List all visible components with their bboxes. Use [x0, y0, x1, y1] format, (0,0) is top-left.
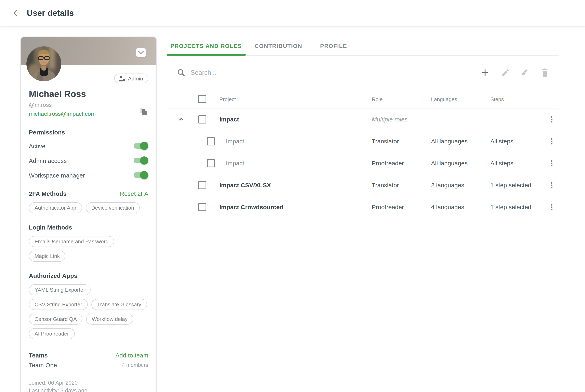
- authorized-app-chip: YAML String Exporter: [29, 284, 91, 295]
- meta-last-activity: Last activity: 3 days ago: [29, 387, 148, 392]
- column-header-steps: Steps: [490, 90, 504, 108]
- table-row: Impact CSV/XLSX Translator 2 languages 1…: [166, 174, 560, 196]
- project-languages: All languages: [431, 130, 468, 152]
- row-checkbox[interactable]: [198, 203, 206, 211]
- meta-joined: Joined: 06 Apr 2020: [29, 379, 148, 387]
- permission-row: Admin access: [29, 156, 148, 165]
- admin-role-icon: [118, 75, 126, 82]
- tab-profile[interactable]: PROFILE: [311, 36, 356, 55]
- collapse-group-button[interactable]: [177, 108, 185, 130]
- toggle-admin-access[interactable]: [133, 156, 148, 164]
- row-checkbox[interactable]: [198, 181, 206, 189]
- twofa-chip: Device verification: [86, 202, 140, 213]
- table-row: Impact Translator All languages All step…: [166, 130, 560, 152]
- row-menu-button[interactable]: [546, 152, 558, 174]
- row-checkbox[interactable]: [207, 159, 215, 167]
- permission-label: Active: [29, 142, 46, 149]
- column-header-languages: Languages: [431, 90, 457, 108]
- column-header-role: Role: [372, 90, 383, 108]
- team-members-count: 4 members: [122, 362, 148, 368]
- row-menu-button[interactable]: [546, 108, 558, 130]
- search-input[interactable]: [190, 69, 402, 77]
- search-icon: [177, 69, 185, 77]
- user-handle: @m.ross: [29, 102, 148, 108]
- project-languages: 4 languages: [431, 196, 464, 218]
- project-role: Proofreader: [372, 196, 404, 218]
- project-role: Multiple roles: [372, 108, 408, 130]
- send-email-button[interactable]: [136, 48, 146, 57]
- top-bar: User details: [0, 0, 585, 26]
- row-menu-button[interactable]: [546, 130, 558, 152]
- project-name: Impact: [226, 152, 244, 174]
- row-menu-icon: [548, 116, 555, 123]
- tab-label: CONTRIBUTION: [255, 43, 302, 49]
- project-name: Impact: [220, 108, 239, 130]
- row-menu-icon: [548, 203, 555, 210]
- select-all-checkbox[interactable]: [198, 95, 206, 103]
- delete-button[interactable]: [540, 68, 550, 78]
- clear-filters-button[interactable]: [520, 68, 530, 78]
- collapse-icon: [178, 116, 184, 122]
- delete-icon: [541, 68, 549, 77]
- edit-icon: [501, 68, 509, 77]
- back-button[interactable]: [9, 6, 24, 20]
- table-row: Impact Multiple roles: [166, 108, 560, 130]
- user-details-page: User details: [0, 0, 585, 392]
- tab-label: PROJECTS AND ROLES: [170, 43, 242, 49]
- team-row: Team One 4 members: [29, 362, 148, 368]
- login-method-chip: Magic Link: [29, 251, 66, 262]
- row-checkbox[interactable]: [207, 137, 215, 145]
- page-title: User details: [27, 8, 74, 18]
- permission-label: Admin access: [29, 157, 67, 164]
- profile-card: Admin Michael Ross @m.ross michael.ross@…: [20, 36, 157, 392]
- column-header-project: Project: [220, 90, 236, 108]
- avatar: [26, 46, 61, 81]
- authorized-app-chip: Translate Glossary: [92, 299, 147, 310]
- user-meta-block: Joined: 06 Apr 2020 Last activity: 3 day…: [29, 379, 148, 392]
- tab-contribution[interactable]: CONTRIBUTION: [246, 36, 311, 55]
- twofa-chip: Authenticator App: [29, 202, 82, 213]
- copy-email-button[interactable]: [140, 108, 148, 118]
- project-role: Proofreader: [372, 152, 404, 174]
- row-checkbox[interactable]: [198, 115, 206, 123]
- permission-row: Active: [29, 141, 148, 150]
- clear-icon: [520, 68, 529, 77]
- team-name: Team One: [29, 362, 57, 368]
- row-menu-icon: [548, 182, 555, 189]
- row-menu-button[interactable]: [546, 196, 558, 218]
- authorized-app-chip: AI Proofreader: [29, 328, 74, 339]
- reset-2fa-link[interactable]: Reset 2FA: [120, 190, 148, 197]
- project-steps: 1 step selected: [490, 196, 532, 218]
- role-badge: Admin: [114, 74, 148, 83]
- permission-label: Workspace manager: [29, 172, 85, 178]
- authorized-app-chip: Workflow delay: [86, 314, 133, 324]
- project-name: Impact: [226, 130, 244, 152]
- authorized-app-chip: Censor Guard QA: [29, 314, 82, 324]
- project-steps: 1 step selected: [490, 174, 532, 196]
- active-tab-underline: [166, 54, 246, 56]
- tab-bar: PROJECTS AND ROLES CONTRIBUTION PROFILE: [166, 36, 560, 56]
- toggle-active[interactable]: [133, 142, 148, 150]
- projects-panel: PROJECTS AND ROLES CONTRIBUTION PROFILE: [166, 36, 560, 218]
- tab-projects-and-roles[interactable]: PROJECTS AND ROLES: [166, 36, 246, 55]
- add-to-team-link[interactable]: Add to team: [116, 352, 148, 359]
- table-row: Impact Crowdsourced Proofreader 4 langua…: [166, 196, 560, 218]
- edit-button[interactable]: [500, 68, 510, 78]
- toggle-workspace-manager[interactable]: [133, 171, 148, 179]
- row-menu-icon: [548, 160, 555, 167]
- add-button[interactable]: [480, 68, 490, 78]
- row-menu-button[interactable]: [546, 174, 558, 196]
- role-badge-label: Admin: [128, 75, 143, 82]
- permissions-title: Permissions: [29, 129, 148, 136]
- back-arrow-icon: [12, 8, 21, 18]
- add-icon: [481, 69, 489, 77]
- row-menu-icon: [548, 138, 555, 145]
- authorized-apps-title: Authorized Apps: [29, 272, 148, 279]
- permission-row: Workspace manager: [29, 170, 148, 180]
- project-steps: All steps: [490, 130, 513, 152]
- mail-icon: [138, 50, 144, 55]
- table-header: Project Role Languages Steps: [166, 90, 560, 108]
- user-email-link[interactable]: michael.ross@impact.com: [29, 110, 96, 117]
- login-methods-title: Login Methods: [29, 224, 148, 231]
- project-role: Translator: [372, 174, 399, 196]
